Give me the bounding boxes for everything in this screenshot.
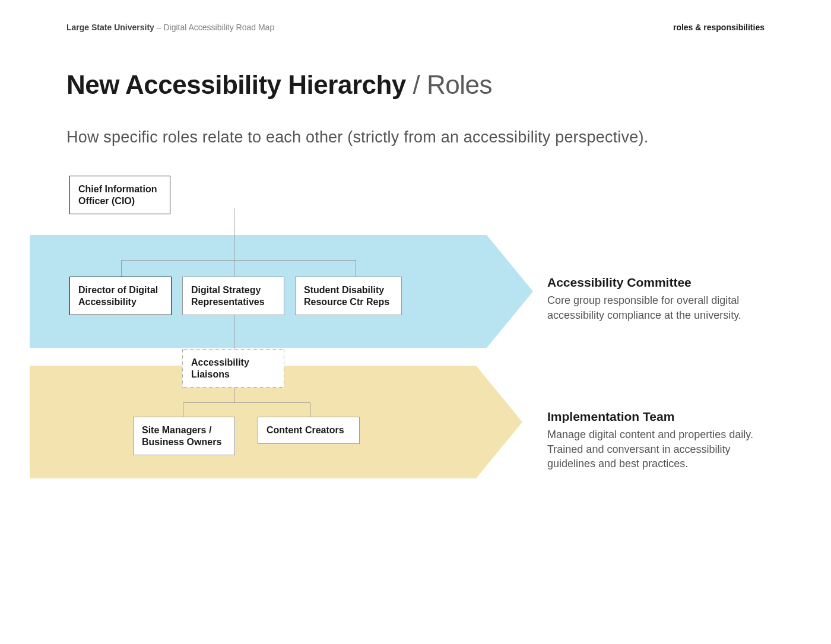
node-accessibility-liaisons: Accessibility Liaisons [182, 349, 284, 388]
implementation-band-arrowhead [476, 366, 522, 478]
page-subtitle: How specific roles relate to each other … [66, 128, 648, 147]
info-implementation-desc: Manage digital content and properties da… [547, 427, 755, 471]
info-committee: Accessibility Committee Core group respo… [547, 274, 755, 322]
node-director-digital-accessibility: Director of Digital Accessibility [69, 277, 172, 315]
info-committee-title: Accessibility Committee [547, 274, 755, 291]
doc-name: – Digital Accessibility Road Map [157, 23, 274, 32]
node-site-managers: Site Managers / Business Owners [133, 417, 235, 455]
page-header: Large State University – Digital Accessi… [66, 23, 765, 32]
connector [234, 208, 234, 260]
connector [183, 402, 310, 403]
page-title: New Accessibility Hierarchy / Roles [66, 70, 492, 100]
node-digital-strategy-reps: Digital Strategy Representatives [182, 277, 284, 315]
diagram-canvas: Chief Information Officer (CIO) Director… [66, 176, 765, 579]
header-left: Large State University – Digital Accessi… [66, 23, 274, 32]
org-name: Large State University [66, 23, 154, 32]
title-thin: Roles [427, 70, 492, 99]
connector [121, 260, 122, 277]
title-sep: / [406, 70, 427, 99]
connector [234, 260, 234, 277]
connector [183, 402, 183, 417]
section-name: roles & responsibilities [673, 23, 765, 32]
connector [356, 260, 356, 277]
node-student-disability-reps: Student Disability Resource Ctr Reps [295, 277, 402, 315]
connector [310, 402, 310, 417]
node-content-creators: Content Creators [258, 417, 360, 444]
node-cio: Chief Information Officer (CIO) [69, 176, 170, 214]
info-committee-desc: Core group responsible for overall digit… [547, 293, 755, 322]
info-implementation: Implementation Team Manage digital conte… [547, 408, 755, 471]
info-implementation-title: Implementation Team [547, 408, 755, 425]
connector [121, 260, 356, 261]
committee-band-arrowhead [487, 235, 533, 348]
title-bold: New Accessibility Hierarchy [66, 70, 406, 99]
